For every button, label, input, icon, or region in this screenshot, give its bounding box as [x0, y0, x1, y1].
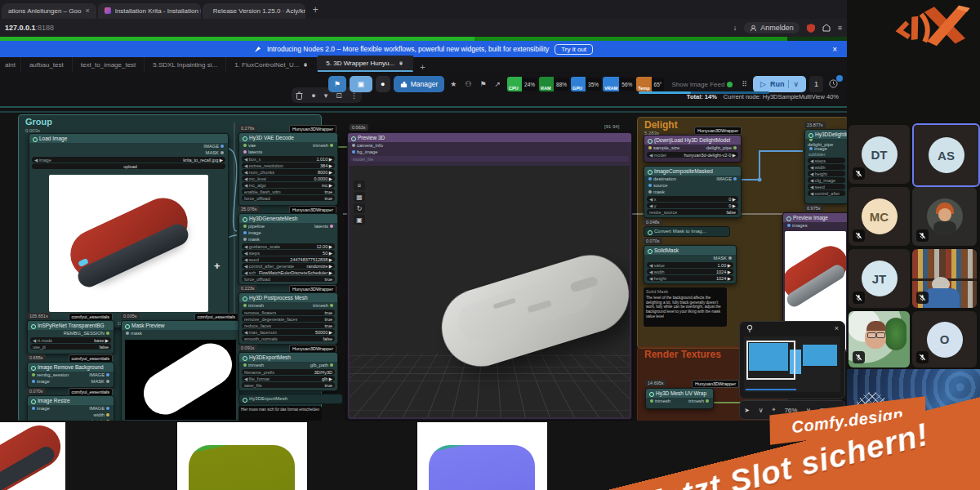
browser-tab[interactable]: Release Version 1.25.0 · Acly/kr… ×: [203, 3, 305, 19]
note-solid-mask[interactable]: Solid Mask The level of the background a…: [644, 287, 727, 327]
node-title[interactable]: (Down)Load Hy3D DelightModel: [644, 136, 741, 145]
queue-count-stepper[interactable]: 1: [809, 76, 823, 92]
widget-row[interactable]: ◀ imagekrita_to_recall.jpg ▶: [32, 157, 225, 163]
node-hy3d-export-mesh[interactable]: Hy3DExportMesh trimesh glb_path filename…: [238, 352, 338, 391]
workflow-tab-active[interactable]: 5. 3D Wrapper Hunyu...●: [318, 56, 413, 72]
banner-close-icon[interactable]: ×: [832, 45, 837, 54]
widget-row[interactable]: ◀ rt.modebase ▶: [30, 337, 111, 343]
share-icon[interactable]: ↗: [492, 80, 504, 88]
node-inspyrenet[interactable]: InSPyReNet TransparentBG REMBG_SESSION ◀…: [27, 320, 114, 354]
signin-button[interactable]: Anmelden: [744, 22, 800, 33]
widget-row[interactable]: ◀ steps: [808, 158, 845, 163]
try-it-out-button[interactable]: Try it out: [555, 44, 593, 55]
widget-row[interactable]: ◀ x0 ▶: [647, 196, 738, 202]
menu-icon[interactable]: ≡: [354, 180, 365, 190]
node-title[interactable]: Hy3DGenerateMesh: [239, 214, 337, 223]
browser-address-bar[interactable]: 127.0.0.1:8188 ↓ Anmelden ≡: [0, 19, 847, 37]
participant-tile-bookshelf[interactable]: [912, 249, 977, 308]
widget-row[interactable]: ◀ num_chunks8000 ▶: [242, 169, 335, 175]
tab-close-icon[interactable]: ×: [85, 7, 89, 15]
feed-thumbnail-device[interactable]: [0, 422, 65, 490]
widget-row[interactable]: ◀ guidance_scale12.00 ▶: [242, 243, 335, 249]
canvas-mode-button[interactable]: ▣: [350, 76, 372, 92]
widget-row[interactable]: ◀ control_after_generate: [808, 190, 845, 196]
node-title[interactable]: Load Image: [29, 134, 228, 143]
bookmark-button[interactable]: ●: [376, 76, 390, 92]
node-hy3d-delight-image[interactable]: Hy3DDelightImage delight_pipe image subf…: [804, 129, 849, 204]
widget-row[interactable]: ◀ box_v1.010 ▶: [242, 156, 335, 162]
node-title[interactable]: Hy3D VAE Decode: [239, 133, 337, 142]
widget-row[interactable]: ◀ height1024 ▶: [647, 275, 733, 281]
widget-row[interactable]: use_jitfalse: [30, 344, 111, 350]
node-title[interactable]: Preview 3D: [348, 133, 631, 142]
participant-tile-o[interactable]: O: [912, 311, 977, 368]
widget-row[interactable]: ◀ octree_resolution384 ▶: [242, 163, 335, 168]
node-image-composite-masked[interactable]: ImageCompositeMasked destination IMAGE s…: [644, 166, 742, 218]
node-load-image[interactable]: Load Image IMAGE MASK ◀ imagekrita_to_re…: [29, 133, 229, 328]
node-title[interactable]: Mask Preview: [122, 321, 239, 330]
node-mask-preview[interactable]: Mask Preview mask: [121, 320, 240, 422]
widget-row[interactable]: ◀ seed244748377512838 ▶: [242, 256, 335, 262]
widget-row[interactable]: ◀ mc_algomc ▶: [242, 182, 335, 188]
workflow-tab[interactable]: text_to_image_test: [73, 57, 145, 72]
queue-history-icon[interactable]: [826, 79, 840, 90]
node-title[interactable]: Hy3D Mesh UV Wrap: [646, 389, 713, 398]
grid-icon[interactable]: ▦: [354, 192, 365, 202]
new-tab-button[interactable]: +: [307, 4, 324, 16]
refresh-icon[interactable]: ↻: [354, 203, 365, 213]
widget-row[interactable]: ◀ schedulerFlowMatchEulerDiscreteSchedul…: [242, 270, 335, 275]
run-button[interactable]: ▷ Run ∨: [753, 76, 806, 92]
theme-circle-icon[interactable]: ●: [311, 91, 315, 100]
person-badge-icon[interactable]: ⚇: [462, 80, 474, 88]
widget-row[interactable]: resize_sourcefalse: [647, 209, 738, 215]
pointer-tool-icon[interactable]: ➤: [744, 407, 750, 414]
widget-row[interactable]: ◀ value1.00 ▶: [647, 262, 733, 268]
widget-row[interactable]: ◀ file_formatglb ▶: [242, 376, 335, 381]
chevron-down-icon[interactable]: ▾: [324, 91, 328, 100]
workflow-tab[interactable]: aint: [0, 57, 21, 72]
url-text[interactable]: 127.0.0.1:8188: [5, 24, 54, 32]
fit-view-icon[interactable]: ⌖: [772, 406, 776, 414]
node-load-delight-model[interactable]: (Down)Load Hy3D DelightModel sample_size…: [644, 135, 742, 163]
widget-row[interactable]: ◀ cfg_image: [808, 177, 845, 183]
node-title[interactable]: Image Remove Background: [28, 363, 114, 372]
participant-tile-woman[interactable]: [849, 311, 910, 368]
participant-tile-dt[interactable]: DT: [849, 125, 910, 184]
widget-row[interactable]: force_offloadtrue: [242, 195, 335, 201]
node-image-remove-background[interactable]: Image Remove Background rembg_session IM…: [27, 362, 114, 388]
node-title[interactable]: InSPyReNet TransparentBG: [28, 321, 114, 330]
browser-menu-icon[interactable]: ≡: [838, 24, 842, 32]
image-icon[interactable]: ▣: [354, 215, 365, 225]
widget-row[interactable]: ◀ max_facenum50000 ▶: [242, 329, 335, 335]
workflow-tab[interactable]: aufbau_test: [21, 57, 73, 72]
widget-row[interactable]: remove_floaterstrue: [242, 310, 335, 315]
upload-button[interactable]: upload: [32, 163, 225, 169]
chevron-down-icon[interactable]: ∨: [759, 407, 764, 414]
participant-tile-jt[interactable]: JT: [849, 249, 910, 308]
node-title[interactable]: Hy3D Postprocess Mesh: [239, 293, 337, 302]
workflow-tab[interactable]: 5.SDXL Inpainting si...: [145, 57, 226, 72]
pin-icon[interactable]: [746, 324, 754, 332]
widget-row[interactable]: ◀ width: [808, 164, 845, 170]
widget-row[interactable]: reduce_facestrue: [242, 323, 335, 328]
browser-tab[interactable]: ations Anleitungen – Goo ×: [2, 3, 96, 19]
node-hy3d-export-mesh-collapsed[interactable]: Hy3DExportMesh: [238, 394, 343, 404]
drag-handle-icon[interactable]: ⠿: [739, 80, 750, 88]
node-solid-mask[interactable]: SolidMask MASK ◀ value1.00 ▶ ◀ width1024…: [644, 245, 737, 284]
node-image-resize[interactable]: Image Resize image IMAGE width height ◀ …: [27, 395, 114, 422]
feed-thumbnail-normal-map[interactable]: [417, 422, 547, 490]
node-title[interactable]: Image Resize: [28, 396, 114, 405]
node-hy3d-mesh-uv-wrap[interactable]: Hy3D Mesh UV Wrap trimesh trimesh: [645, 388, 714, 409]
node-hy3d-vae-decode[interactable]: Hy3D VAE Decode vae trimesh latents ◀ bo…: [238, 132, 338, 206]
widget-row[interactable]: filename_prefix3D/Hy3D: [242, 369, 335, 375]
widget-row[interactable]: save_filetrue: [242, 382, 335, 388]
trash-icon[interactable]: [296, 91, 303, 100]
node-hy3d-postprocess-mesh[interactable]: Hy3D Postprocess Mesh trimesh trimesh re…: [238, 292, 338, 345]
extension-icon[interactable]: [822, 24, 831, 32]
node-preview-3d[interactable]: Preview 3D camera_info bg_image model_fi…: [347, 132, 632, 420]
workflow-icon[interactable]: ⚑: [477, 80, 488, 88]
node-title[interactable]: Preview Image: [783, 213, 848, 222]
minimap-viewport-rect[interactable]: [746, 341, 795, 380]
node-convert-mask-collapsed[interactable]: Convert Mask to Imag...: [644, 226, 730, 237]
feed-thumbnail-albedo[interactable]: [177, 422, 307, 490]
